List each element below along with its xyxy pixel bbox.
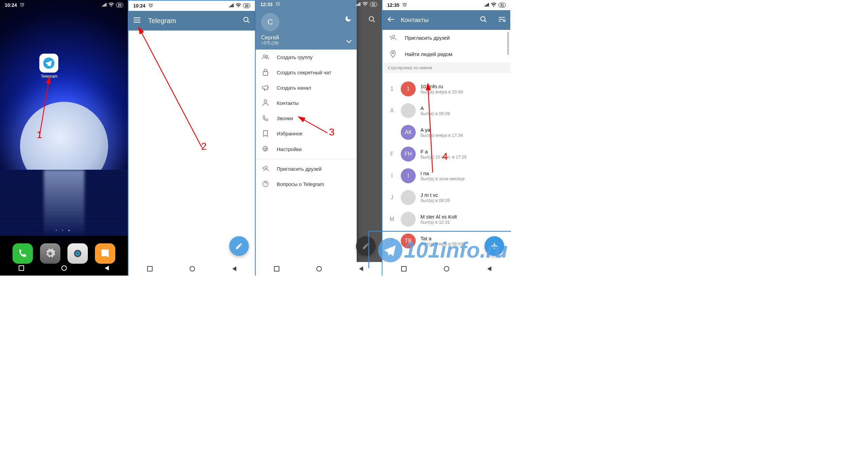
contact-row[interactable]: FFHF aбыл(а) 10 июл. в 17:25	[382, 143, 510, 165]
svg-point-27	[504, 20, 506, 22]
search-icon[interactable]	[480, 16, 487, 24]
scrollbar[interactable]	[507, 32, 509, 55]
invite-friends-row[interactable]: Пригласить друзей	[382, 30, 510, 45]
wifi-icon	[108, 2, 114, 8]
contact-row[interactable]: JJ m t vcбыл(а) в 09:35	[382, 187, 510, 208]
nav-recent-icon[interactable]	[274, 266, 280, 272]
index-letter: А	[388, 108, 396, 114]
profile-avatar[interactable]: С	[261, 13, 279, 31]
find-nearby-row[interactable]: Найти людей рядом	[382, 45, 510, 62]
back-icon[interactable]	[387, 16, 395, 24]
svg-point-13	[369, 17, 374, 21]
contact-row[interactable]: MM ster Al xs Koltбыл(а) в 12:31	[382, 208, 510, 230]
signal-icon	[484, 2, 489, 8]
index-letter: M	[388, 216, 396, 222]
wifi-icon	[491, 2, 496, 8]
menu-invite[interactable]: Пригласить друзей	[256, 161, 357, 176]
contact-avatar: АК	[401, 125, 416, 140]
contact-info: 101info.ruбыл(а) вчера в 20:49	[420, 83, 463, 94]
phone-app-icon[interactable]	[13, 243, 33, 264]
contact-name: A	[420, 105, 450, 111]
screenshot-drawer: 12:33 31 С Сергей +375 (29) Создать груп…	[256, 0, 382, 276]
telegram-logo-icon	[378, 238, 402, 262]
nav-home-icon[interactable]	[61, 265, 67, 271]
person-icon	[262, 99, 269, 106]
status-time: 10:24	[133, 3, 145, 8]
contact-status: был(а) 10 июл. в 17:25	[420, 154, 467, 160]
watermark: 101info.ru	[368, 231, 511, 268]
menu-contacts[interactable]: Контакты	[256, 95, 357, 111]
settings-app-icon[interactable]	[40, 243, 60, 264]
contact-avatar: FH	[401, 147, 416, 162]
camera-app-icon[interactable]	[67, 243, 88, 264]
sort-icon[interactable]	[498, 16, 506, 24]
svg-point-7	[62, 266, 66, 270]
signal-icon	[101, 2, 106, 8]
add-person-icon	[262, 166, 269, 172]
nav-back-icon[interactable]	[358, 266, 364, 272]
search-icon[interactable]	[368, 16, 376, 24]
new-message-fab[interactable]	[229, 236, 249, 256]
gear-icon	[262, 146, 269, 152]
svg-point-15	[263, 55, 265, 57]
android-nav	[129, 262, 255, 276]
contact-avatar	[401, 190, 416, 205]
nav-home-icon[interactable]	[316, 266, 322, 272]
menu-secret-chat[interactable]: Создать секретный чат	[256, 64, 357, 80]
notes-app-icon[interactable]	[95, 243, 115, 264]
svg-point-20	[265, 166, 267, 169]
contact-avatar: 1	[401, 81, 416, 96]
menu-new-channel[interactable]: Создать канал	[256, 80, 357, 95]
contact-avatar	[401, 212, 416, 227]
status-time: 12:33	[260, 2, 273, 7]
location-icon	[389, 50, 397, 58]
drawer: С Сергей +375 (29) Создать группу Создат…	[256, 0, 357, 276]
contact-status: был(а) в этом месяце	[420, 176, 465, 181]
svg-point-4	[77, 252, 78, 254]
contact-row[interactable]: АКA yaбыл(а) вчера в 17:34	[382, 121, 510, 143]
nav-back-icon[interactable]	[104, 265, 110, 271]
chat-list-empty	[129, 31, 255, 262]
contact-row[interactable]: III naбыл(а) в этом месяце	[382, 165, 510, 187]
svg-point-24	[317, 266, 321, 271]
svg-rect-17	[263, 72, 268, 75]
svg-point-12	[190, 266, 195, 271]
contact-name: F a	[420, 149, 467, 154]
alarm-icon	[148, 3, 153, 9]
menu-saved[interactable]: Избранное	[256, 126, 357, 141]
contact-name: A ya	[420, 127, 463, 133]
telegram-app-label: Telegram	[39, 74, 59, 79]
telegram-app-icon[interactable]: Telegram	[39, 54, 59, 79]
signal-icon	[355, 2, 360, 7]
status-bar: 10:24 20	[0, 0, 128, 10]
contact-name: I na	[420, 170, 465, 176]
contact-info: A yaбыл(а) вчера в 17:34	[420, 127, 463, 138]
alarm-icon	[402, 2, 407, 8]
hamburger-icon[interactable]	[133, 17, 141, 24]
contact-row[interactable]: 11101info.ruбыл(а) вчера в 20:49	[382, 78, 510, 100]
menu-calls[interactable]: Звонки	[256, 111, 357, 126]
contact-row[interactable]: АAбыл(а) в 09:09	[382, 100, 510, 121]
page-dots: • • ●	[0, 228, 128, 232]
appbar: Telegram	[129, 11, 255, 31]
sort-header: Сортировка по имени	[382, 62, 510, 73]
night-mode-icon[interactable]	[344, 15, 352, 24]
menu-new-group[interactable]: Создать группу	[256, 50, 357, 64]
search-icon[interactable]	[243, 16, 250, 25]
nav-recent-icon[interactable]	[147, 266, 153, 272]
svg-rect-11	[147, 266, 152, 271]
contact-name: M ster Al xs Kolt	[420, 214, 457, 220]
contact-info: J m t vcбыл(а) в 09:35	[420, 192, 450, 203]
water-graphic	[0, 170, 128, 236]
nav-home-icon[interactable]	[189, 266, 195, 272]
wifi-icon	[362, 2, 368, 7]
contact-info: M ster Al xs Koltбыл(а) в 12:31	[420, 214, 457, 225]
nav-recent-icon[interactable]	[18, 265, 24, 271]
menu-settings[interactable]: Настройки	[256, 141, 357, 157]
nav-back-icon[interactable]	[232, 266, 237, 272]
contact-status: был(а) в 09:09	[420, 111, 450, 116]
svg-point-26	[481, 17, 485, 21]
phone-icon	[262, 115, 269, 121]
menu-faq[interactable]: Вопросы о Telegram	[256, 176, 357, 192]
chevron-down-icon[interactable]	[346, 39, 352, 45]
